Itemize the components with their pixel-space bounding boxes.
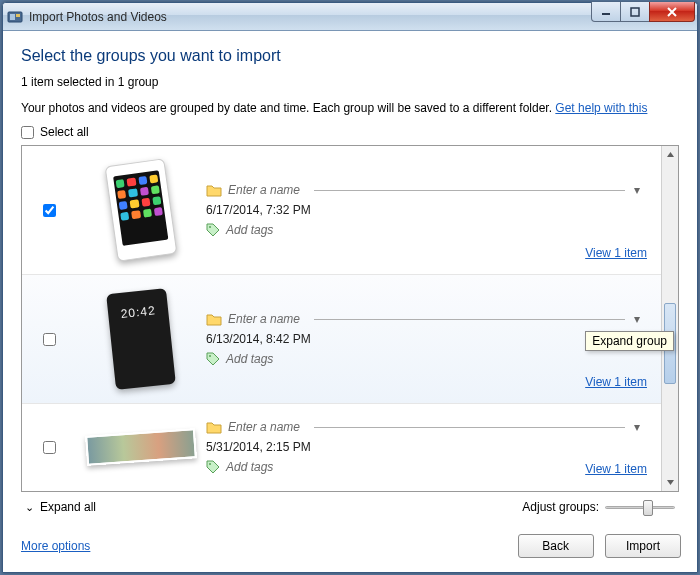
chevron-down-icon[interactable]: ▾ (631, 312, 643, 326)
group-row: Enter a name ▾ 6/13/2014, 8:42 PM Add ta… (22, 275, 661, 404)
svg-point-7 (209, 463, 211, 465)
back-button[interactable]: Back (518, 534, 594, 558)
svg-rect-1 (10, 14, 15, 20)
expand-all-button[interactable]: ⌄ Expand all (25, 500, 96, 514)
window-controls (592, 2, 695, 22)
folder-icon (206, 420, 222, 434)
close-button[interactable] (649, 2, 695, 22)
folder-icon (206, 312, 222, 326)
group-list: Enter a name ▾ 6/17/2014, 7:32 PM Add ta… (22, 146, 661, 491)
group-name-row[interactable]: Enter a name ▾ (206, 312, 643, 326)
group-tags-row[interactable]: Add tags (206, 460, 643, 474)
group-checkbox[interactable] (43, 333, 56, 346)
phone-thumbnail-icon (106, 288, 176, 390)
group-checkbox[interactable] (43, 441, 56, 454)
chevron-down-icon[interactable]: ▾ (631, 183, 643, 197)
svg-rect-2 (16, 14, 20, 17)
import-button[interactable]: Import (605, 534, 681, 558)
app-icon (7, 9, 23, 25)
view-items-link[interactable]: View 1 item (585, 462, 647, 476)
titlebar: Import Photos and Videos (3, 3, 697, 31)
adjust-groups-slider[interactable] (605, 498, 675, 516)
selection-status: 1 item selected in 1 group (21, 75, 679, 89)
group-name-placeholder: Enter a name (228, 183, 308, 197)
maximize-button[interactable] (620, 2, 650, 22)
group-thumbnail (76, 291, 206, 387)
help-link[interactable]: Get help with this (555, 101, 647, 115)
chevron-down-icon[interactable]: ▾ (631, 420, 643, 434)
scroll-down-icon[interactable] (662, 474, 678, 491)
group-row: Enter a name ▾ 5/31/2014, 2:15 PM Add ta… (22, 404, 661, 490)
group-date: 6/17/2014, 7:32 PM (206, 203, 643, 217)
name-divider (314, 319, 625, 320)
group-checkbox[interactable] (43, 204, 56, 217)
expand-group-tooltip: Expand group (585, 331, 674, 351)
page-heading: Select the groups you want to import (21, 47, 679, 65)
adjust-groups-label: Adjust groups: (522, 500, 599, 514)
name-divider (314, 190, 625, 191)
chevron-down-icon: ⌄ (25, 501, 34, 514)
tags-placeholder: Add tags (226, 223, 273, 237)
group-list-container: Enter a name ▾ 6/17/2014, 7:32 PM Add ta… (21, 145, 679, 492)
group-name-placeholder: Enter a name (228, 420, 308, 434)
minimize-button[interactable] (591, 2, 621, 22)
svg-point-6 (209, 355, 211, 357)
dialog-footer: More options Back Import (3, 520, 697, 572)
select-all-checkbox[interactable] (21, 126, 34, 139)
tag-icon (206, 352, 220, 366)
content-area: Select the groups you want to import 1 i… (3, 31, 697, 520)
svg-rect-3 (602, 13, 610, 15)
group-tags-row[interactable]: Add tags (206, 352, 643, 366)
group-name-row[interactable]: Enter a name ▾ (206, 420, 643, 434)
tags-placeholder: Add tags (226, 352, 273, 366)
view-items-link[interactable]: View 1 item (585, 246, 647, 260)
window-title: Import Photos and Videos (29, 10, 167, 24)
svg-rect-4 (631, 8, 639, 16)
import-dialog: Import Photos and Videos Select the grou… (2, 2, 698, 573)
group-thumbnail (76, 162, 206, 258)
expand-all-label: Expand all (40, 500, 96, 514)
tag-icon (206, 223, 220, 237)
phone-thumbnail-icon (105, 158, 178, 261)
group-name-row[interactable]: Enter a name ▾ (206, 183, 643, 197)
more-options-link[interactable]: More options (21, 539, 90, 553)
select-all-label: Select all (40, 125, 89, 139)
group-date: 6/13/2014, 8:42 PM (206, 332, 643, 346)
photo-thumbnail-icon (85, 428, 197, 466)
group-date: 5/31/2014, 2:15 PM (206, 440, 643, 454)
scroll-track[interactable] (662, 163, 678, 474)
adjust-groups: Adjust groups: (522, 498, 675, 516)
scroll-up-icon[interactable] (662, 146, 678, 163)
tag-icon (206, 460, 220, 474)
group-tags-row[interactable]: Add tags (206, 223, 643, 237)
description-text: Your photos and videos are grouped by da… (21, 101, 555, 115)
list-footer: ⌄ Expand all Adjust groups: (21, 492, 679, 520)
group-thumbnail (76, 432, 206, 462)
vertical-scrollbar[interactable] (661, 146, 678, 491)
svg-point-5 (209, 226, 211, 228)
tags-placeholder: Add tags (226, 460, 273, 474)
folder-icon (206, 183, 222, 197)
description: Your photos and videos are grouped by da… (21, 101, 679, 115)
name-divider (314, 427, 625, 428)
select-all[interactable]: Select all (21, 125, 679, 139)
group-name-placeholder: Enter a name (228, 312, 308, 326)
group-row: Enter a name ▾ 6/17/2014, 7:32 PM Add ta… (22, 146, 661, 275)
view-items-link[interactable]: View 1 item (585, 375, 647, 389)
